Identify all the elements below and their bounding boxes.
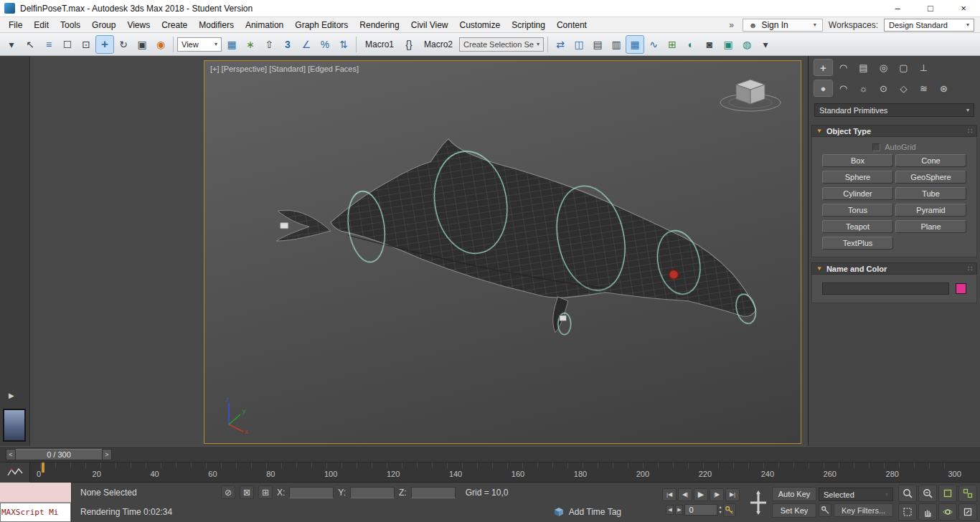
geometry-category-icon[interactable]: ● bbox=[814, 80, 832, 96]
orbit-icon[interactable] bbox=[938, 503, 957, 521]
select-object-icon[interactable]: ↖ bbox=[22, 36, 39, 53]
material-editor-icon[interactable]: ◐ bbox=[682, 36, 699, 53]
menu-item[interactable]: Rendering bbox=[354, 19, 405, 32]
primitive-button[interactable]: Plane bbox=[895, 220, 966, 233]
autogrid-checkbox[interactable] bbox=[872, 143, 880, 151]
render-production-icon[interactable]: ◍ bbox=[738, 36, 755, 53]
navigation-pad-button[interactable] bbox=[745, 483, 772, 522]
cameras-category-icon[interactable]: ⊙ bbox=[875, 80, 892, 96]
key-filters-button[interactable]: Key Filters... bbox=[834, 503, 893, 517]
previous-key-button[interactable]: ◀ bbox=[666, 505, 674, 515]
menu-item[interactable]: Scripting bbox=[506, 19, 551, 32]
toggle-ribbon-icon[interactable]: ▦ bbox=[626, 36, 644, 53]
primitive-button[interactable]: TextPlus bbox=[822, 237, 893, 250]
dolphin-wireframe-model[interactable] bbox=[204, 61, 801, 443]
go-to-end-button[interactable]: ▶| bbox=[725, 488, 740, 501]
selection-lock-toggle-icon[interactable]: ⊠ bbox=[240, 485, 254, 499]
snaps-toggle-icon[interactable]: 3 bbox=[279, 36, 296, 53]
shapes-category-icon[interactable]: ◠ bbox=[834, 80, 852, 96]
layer-manager-icon[interactable]: ▤ bbox=[589, 36, 606, 53]
toolbar-overflow-icon[interactable]: » bbox=[726, 20, 737, 30]
mirror-icon[interactable]: ⇄ bbox=[552, 36, 569, 53]
pan-icon[interactable] bbox=[918, 503, 937, 521]
minimize-button[interactable]: – bbox=[881, 0, 914, 17]
rectangular-selection-region-icon[interactable]: ☐ bbox=[59, 36, 76, 53]
primitive-button[interactable]: GeoSphere bbox=[895, 171, 966, 184]
close-button[interactable]: × bbox=[947, 0, 980, 17]
macro1-button[interactable]: Macro1 bbox=[360, 39, 399, 49]
menu-item[interactable]: Graph Editors bbox=[289, 19, 354, 32]
helpers-category-icon[interactable]: ◇ bbox=[895, 80, 913, 96]
angle-snap-icon[interactable]: ∠ bbox=[298, 36, 315, 53]
lights-category-icon[interactable]: ☼ bbox=[854, 80, 872, 96]
render-setup-icon[interactable]: ◙ bbox=[701, 36, 718, 53]
next-frame-button[interactable]: |▶ bbox=[710, 488, 724, 501]
perspective-viewport[interactable]: [+] [Perspective] [Standard] [Edged Face… bbox=[204, 60, 801, 444]
menu-item[interactable]: Content bbox=[551, 19, 593, 32]
maximize-viewport-toggle-icon[interactable] bbox=[958, 503, 977, 521]
select-and-move-icon[interactable]: + bbox=[96, 36, 113, 53]
previous-frame-button[interactable]: ◀| bbox=[678, 488, 692, 501]
primitive-button[interactable]: Tube bbox=[895, 187, 966, 200]
x-coordinate-input[interactable] bbox=[289, 487, 334, 498]
y-coordinate-input[interactable] bbox=[350, 487, 395, 498]
primitive-category-dropdown[interactable]: Standard Primitives ▾ bbox=[814, 103, 974, 117]
select-and-place-icon[interactable]: ◉ bbox=[152, 36, 169, 53]
menu-item[interactable]: File bbox=[3, 19, 28, 32]
set-key-button[interactable]: Set Key bbox=[772, 503, 816, 518]
sign-in-button[interactable]: ☻ Sign In ▾ bbox=[743, 19, 823, 32]
frame-spinner[interactable]: ▴ ▾ bbox=[719, 505, 721, 515]
window-crossing-toggle-icon[interactable]: ⊡ bbox=[77, 36, 95, 53]
named-selection-set-dropdown[interactable]: Create Selection Se ▾ bbox=[459, 37, 544, 52]
maxscript-macro-line[interactable] bbox=[0, 483, 71, 503]
render-flyout-icon[interactable]: ▾ bbox=[757, 36, 774, 53]
motion-tab-icon[interactable]: ◎ bbox=[875, 60, 892, 75]
play-button[interactable]: ▶ bbox=[694, 488, 708, 501]
macro2-button[interactable]: Macro2 bbox=[419, 39, 458, 49]
mini-curve-editor-button[interactable] bbox=[0, 462, 30, 483]
menu-item[interactable]: Customize bbox=[454, 19, 507, 32]
hierarchy-tab-icon[interactable]: ▤ bbox=[854, 60, 872, 75]
absolute-relative-coords-icon[interactable]: ⊞ bbox=[258, 485, 273, 499]
auto-key-button[interactable]: Auto Key bbox=[772, 487, 816, 501]
select-and-rotate-icon[interactable]: ↻ bbox=[115, 36, 132, 53]
key-selection-set-dropdown[interactable]: Selected ▾ bbox=[819, 488, 893, 501]
zoom-region-icon[interactable] bbox=[898, 503, 917, 521]
named-selection-sets-icon[interactable]: {} bbox=[400, 36, 418, 53]
track-bar[interactable]: 0204060801001201401601802002202402602803… bbox=[0, 462, 980, 482]
primitive-button[interactable]: Cone bbox=[895, 154, 966, 167]
menu-item[interactable]: Modifiers bbox=[193, 19, 240, 32]
current-frame-field[interactable]: 0 bbox=[684, 504, 717, 516]
rendered-frame-window-icon[interactable]: ▣ bbox=[720, 36, 737, 53]
z-coordinate-input[interactable] bbox=[411, 487, 456, 498]
menu-item[interactable]: Civil View bbox=[405, 19, 454, 32]
menu-item[interactable]: Animation bbox=[240, 19, 289, 32]
workspace-dropdown[interactable]: Design Standard ▾ bbox=[884, 19, 974, 32]
maximize-button[interactable]: □ bbox=[914, 0, 947, 17]
modify-tab-icon[interactable]: ◠ bbox=[834, 60, 852, 75]
menu-item[interactable]: Edit bbox=[28, 19, 55, 32]
set-keys-icon[interactable] bbox=[819, 503, 831, 517]
object-color-swatch[interactable] bbox=[956, 283, 966, 294]
menu-item[interactable]: Group bbox=[86, 19, 121, 32]
primitive-button[interactable]: Teapot bbox=[822, 220, 893, 233]
percent-snap-icon[interactable]: % bbox=[316, 36, 334, 53]
schematic-view-icon[interactable]: ⊞ bbox=[664, 36, 681, 53]
viewport-label[interactable]: [+] [Perspective] [Standard] [Edged Face… bbox=[210, 65, 359, 73]
utilities-tab-icon[interactable]: ⊥ bbox=[915, 60, 933, 75]
timeline-ruler[interactable]: 0204060801001201401601802002202402602803… bbox=[30, 462, 980, 483]
maxscript-listener-line[interactable]: MAXScript Mi bbox=[0, 503, 71, 522]
time-slider-thumb[interactable]: 0 / 300 bbox=[16, 449, 102, 460]
zoom-extents-icon[interactable] bbox=[938, 485, 957, 502]
view-cube[interactable] bbox=[717, 72, 783, 121]
menu-item[interactable]: Tools bbox=[55, 19, 86, 32]
next-frame-arrow[interactable]: > bbox=[102, 449, 112, 460]
layout-tabs-expand-icon[interactable]: ▶ bbox=[9, 392, 14, 399]
zoom-all-icon[interactable] bbox=[918, 485, 937, 502]
select-and-scale-icon[interactable]: ▣ bbox=[133, 36, 151, 53]
maxscript-mini-listener[interactable]: MAXScript Mi bbox=[0, 483, 72, 522]
name-color-rollout-header[interactable]: ▼ Name and Color ∷ bbox=[811, 262, 977, 275]
next-key-button[interactable]: ▶ bbox=[675, 505, 683, 515]
use-pivot-point-center-icon[interactable]: ▦ bbox=[223, 36, 240, 53]
create-tab-icon[interactable]: + bbox=[814, 60, 832, 75]
